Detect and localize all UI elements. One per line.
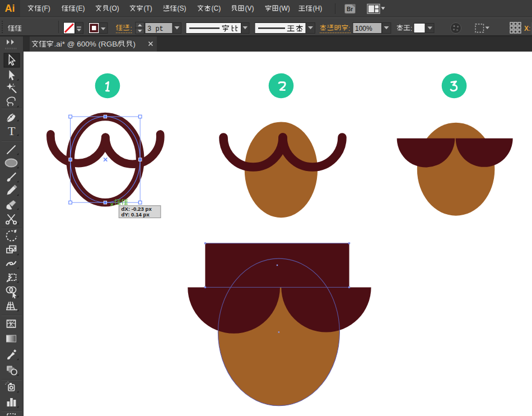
svg-text:Ai: Ai [5,3,15,14]
svg-text:Br: Br [347,6,353,12]
svg-text:(S): (S) [178,4,186,12]
svg-text:(W): (W) [279,4,290,12]
svg-text::: : [130,25,132,33]
svg-text:.ai* @ 600% (RGB/: .ai* @ 600% (RGB/ [54,40,120,48]
svg-text:dY: 0.14 px: dY: 0.14 px [122,211,150,218]
svg-text:T: T [8,124,16,138]
svg-text:(V): (V) [245,4,254,12]
svg-text:X: X [524,25,529,33]
svg-text:100%: 100% [355,25,372,33]
svg-text:(H): (H) [313,4,323,12]
svg-text:(T): (T) [144,4,152,12]
svg-text::: : [348,25,350,33]
svg-text:3 pt: 3 pt [147,25,164,33]
svg-text:(C): (C) [212,4,221,12]
svg-text:(O): (O) [110,4,119,12]
svg-text::: : [529,25,530,33]
svg-text:(E): (E) [76,4,85,12]
svg-text::: : [410,25,412,33]
svg-text:(F): (F) [42,4,50,12]
svg-text:): ) [133,40,136,48]
